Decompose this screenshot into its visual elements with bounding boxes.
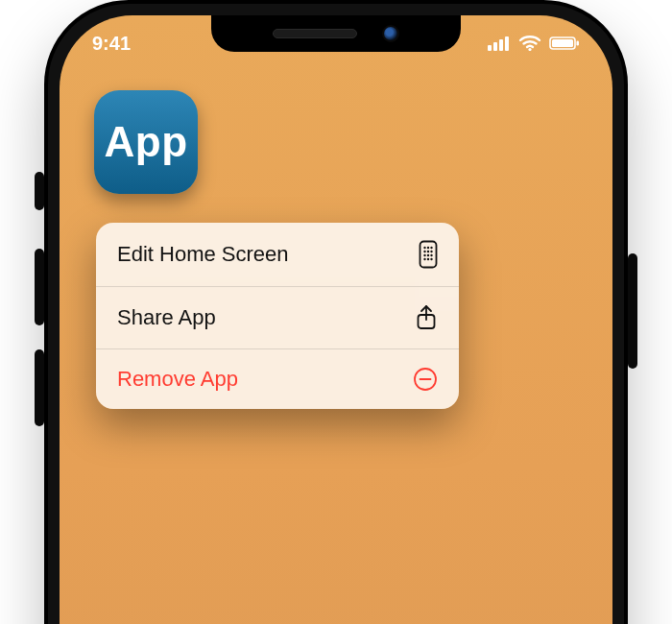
ring-switch xyxy=(35,172,44,210)
svg-point-13 xyxy=(427,251,429,252)
svg-rect-1 xyxy=(493,42,497,51)
svg-point-9 xyxy=(423,247,425,249)
menu-item-label: Remove App xyxy=(117,367,238,392)
menu-item-label: Edit Home Screen xyxy=(117,242,289,267)
app-icon[interactable]: App xyxy=(94,90,198,194)
svg-point-16 xyxy=(427,254,429,256)
app-icon-label: App xyxy=(104,118,187,166)
front-camera xyxy=(382,25,399,42)
minus-circle-icon xyxy=(413,367,438,392)
svg-point-17 xyxy=(430,254,432,256)
svg-point-11 xyxy=(430,247,432,249)
svg-point-20 xyxy=(430,258,432,260)
status-time: 9:41 xyxy=(92,33,131,55)
volume-up xyxy=(35,249,44,325)
svg-point-10 xyxy=(427,247,429,249)
svg-point-12 xyxy=(423,251,425,252)
svg-point-19 xyxy=(427,258,429,260)
battery-icon xyxy=(549,36,580,51)
svg-rect-2 xyxy=(499,39,503,51)
earpiece-speaker xyxy=(273,29,357,38)
svg-rect-3 xyxy=(505,36,509,51)
menu-item-remove-app[interactable]: Remove App xyxy=(96,348,459,409)
svg-point-4 xyxy=(528,48,531,51)
menu-item-edit-home-screen[interactable]: Edit Home Screen xyxy=(96,223,459,286)
iphone-device-frame: 9:41 xyxy=(44,0,628,624)
home-screen-wallpaper: 9:41 xyxy=(60,15,612,624)
share-icon xyxy=(415,304,438,331)
svg-point-15 xyxy=(423,254,425,256)
cellular-icon xyxy=(488,36,511,51)
svg-point-18 xyxy=(423,258,425,260)
notch xyxy=(211,15,461,52)
menu-item-label: Share App xyxy=(117,305,216,330)
volume-down xyxy=(35,349,44,426)
svg-rect-6 xyxy=(552,39,573,47)
svg-rect-7 xyxy=(577,41,580,46)
menu-item-share-app[interactable]: Share App xyxy=(96,286,459,348)
wifi-icon xyxy=(518,36,541,51)
context-menu: Edit Home Screen Share App Remove App xyxy=(96,223,459,409)
side-button xyxy=(628,253,637,369)
phone-grid-icon xyxy=(419,240,438,269)
svg-point-14 xyxy=(430,251,432,252)
svg-rect-0 xyxy=(488,45,492,51)
